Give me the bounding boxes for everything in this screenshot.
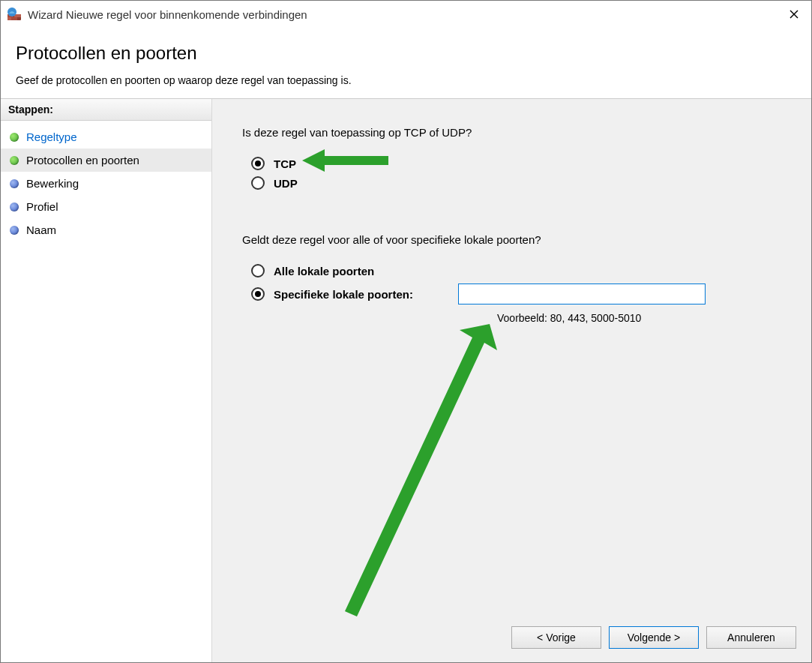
radio-label-all-ports: Alle lokale poorten — [274, 265, 374, 278]
radio-specific-ports-row: Specifieke lokale poorten: — [242, 280, 781, 308]
wizard-window: Wizard Nieuwe regel voor binnenkomende v… — [0, 0, 812, 663]
step-label: Bewerking — [26, 177, 79, 190]
step-profiel[interactable]: Profiel — [1, 195, 211, 218]
wizard-content: Is deze regel van toepassing op TCP of U… — [212, 99, 811, 662]
step-protocollen-en-poorten[interactable]: Protocollen en poorten — [1, 148, 211, 172]
back-button[interactable]: < Vorige — [511, 626, 601, 649]
question-protocol: Is deze regel van toepassing op TCP of U… — [242, 126, 781, 139]
bullet-icon — [10, 179, 19, 188]
wizard-body: Stappen: Regeltype Protocollen en poorte… — [1, 99, 811, 662]
page-title: Protocollen en poorten — [16, 43, 796, 64]
radio-icon — [251, 176, 265, 190]
step-label: Profiel — [26, 200, 58, 213]
next-button[interactable]: Volgende > — [609, 626, 699, 649]
wizard-header: Protocollen en poorten Geef de protocoll… — [1, 28, 811, 99]
ports-example-text: Voorbeeld: 80, 443, 5000-5010 — [497, 312, 781, 324]
bullet-icon — [10, 226, 19, 235]
page-subtitle: Geef de protocollen en poorten op waarop… — [16, 74, 796, 86]
bullet-icon — [10, 133, 19, 142]
cancel-button[interactable]: Annuleren — [706, 626, 796, 649]
bullet-icon — [10, 202, 19, 212]
radio-udp[interactable]: UDP — [242, 173, 781, 193]
svg-rect-4 — [11, 17, 17, 20]
step-label: Protocollen en poorten — [26, 154, 139, 166]
wizard-footer: < Vorige Volgende > Annuleren — [511, 626, 796, 649]
step-regeltype[interactable]: Regeltype — [1, 125, 211, 148]
titlebar: Wizard Nieuwe regel voor binnenkomende v… — [1, 1, 811, 28]
firewall-wizard-icon — [7, 7, 22, 22]
radio-icon[interactable] — [251, 287, 265, 301]
svg-marker-9 — [345, 324, 497, 616]
step-label: Naam — [26, 224, 56, 236]
steps-sidebar: Stappen: Regeltype Protocollen en poorte… — [1, 99, 212, 662]
annotation-arrow-2-icon — [336, 324, 501, 624]
question-ports: Geldt deze regel voor alle of voor speci… — [242, 233, 781, 246]
specific-ports-input[interactable] — [458, 284, 706, 304]
steps-list: Regeltype Protocollen en poorten Bewerki… — [1, 121, 211, 246]
svg-rect-3 — [7, 17, 11, 20]
radio-label-tcp: TCP — [274, 158, 296, 170]
radio-label-specific-ports[interactable]: Specifieke lokale poorten: — [274, 288, 413, 301]
window-title: Wizard Nieuwe regel voor binnenkomende v… — [28, 8, 777, 21]
radio-label-udp: UDP — [274, 177, 298, 190]
radio-icon — [251, 157, 265, 170]
steps-header: Stappen: — [1, 99, 211, 121]
radio-icon — [251, 264, 265, 278]
radio-tcp[interactable]: TCP — [242, 154, 781, 173]
close-button[interactable] — [777, 1, 811, 28]
step-naam[interactable]: Naam — [1, 218, 211, 242]
step-label: Regeltype — [26, 130, 77, 143]
close-icon — [790, 10, 799, 19]
step-bewerking[interactable]: Bewerking — [1, 172, 211, 195]
bullet-icon — [10, 156, 19, 165]
radio-all-ports[interactable]: Alle lokale poorten — [242, 261, 781, 280]
